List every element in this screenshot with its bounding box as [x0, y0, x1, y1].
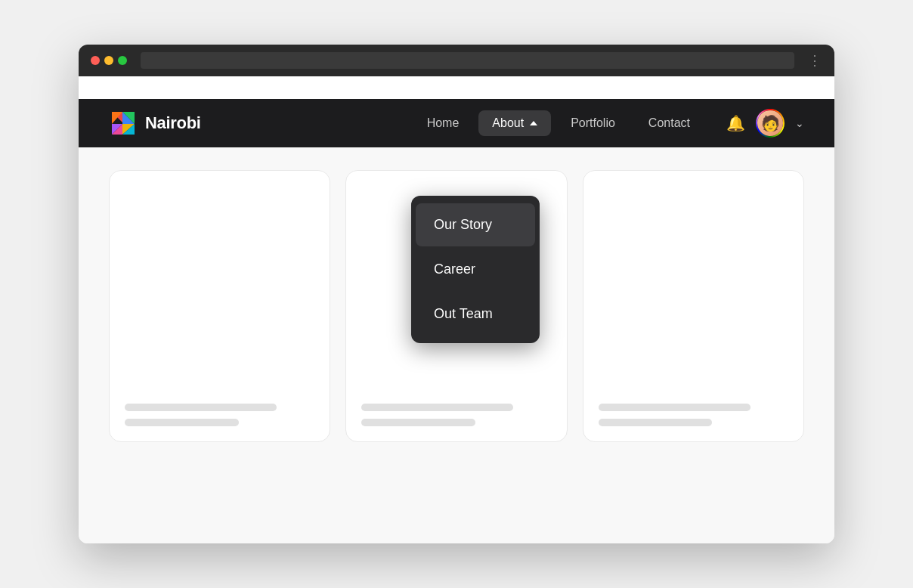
nav-links: Home About Portfolio Contact [413, 110, 704, 136]
traffic-lights [91, 56, 127, 65]
browser-content: Nairobi Home About Portfolio Contact 🔔 🧑… [79, 76, 834, 543]
nav-right: 🔔 🧑 ⌄ [726, 109, 804, 138]
about-dropdown-menu: Our Story Career Out Team [411, 196, 540, 343]
avatar[interactable]: 🧑 [756, 109, 785, 138]
dropdown-item-out-team[interactable]: Out Team [416, 292, 535, 336]
chevron-down-icon[interactable]: ⌄ [795, 117, 804, 129]
traffic-light-minimize[interactable] [104, 56, 113, 65]
avatar-image: 🧑 [757, 110, 783, 136]
nav-link-home[interactable]: Home [413, 110, 473, 136]
card-line [125, 404, 277, 411]
dropdown-item-our-story[interactable]: Our Story [416, 203, 535, 246]
card-line [361, 404, 513, 411]
navbar: Nairobi Home About Portfolio Contact 🔔 🧑… [79, 99, 834, 147]
logo-text: Nairobi [145, 113, 201, 133]
nav-logo[interactable]: Nairobi [109, 109, 201, 138]
logo-icon [109, 109, 138, 138]
card-line [599, 404, 751, 411]
content-card-1 [109, 170, 330, 442]
dropdown-item-career[interactable]: Career [416, 248, 535, 291]
address-bar[interactable] [141, 52, 794, 69]
browser-chrome: ⋮ [79, 45, 834, 76]
content-card-3 [583, 170, 804, 442]
nav-link-portfolio[interactable]: Portfolio [557, 110, 629, 136]
browser-menu-icon[interactable]: ⋮ [808, 52, 822, 69]
card-line [361, 419, 475, 426]
card-line [125, 419, 239, 426]
bell-icon[interactable]: 🔔 [726, 114, 745, 132]
browser-window: ⋮ Nairobi Home [79, 45, 834, 543]
nav-link-about[interactable]: About [478, 110, 551, 136]
chevron-up-icon [530, 121, 537, 125]
nav-link-contact[interactable]: Contact [635, 110, 704, 136]
traffic-light-close[interactable] [91, 56, 100, 65]
top-strip [79, 76, 834, 99]
card-line [599, 419, 713, 426]
traffic-light-maximize[interactable] [118, 56, 127, 65]
